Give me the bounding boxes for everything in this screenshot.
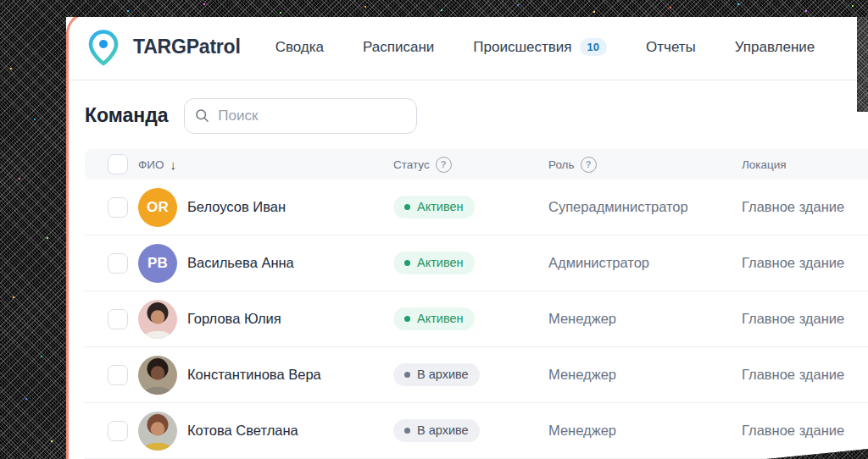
location-cell: Главное здание [742, 199, 868, 215]
role-cell: Менеджер [548, 367, 742, 383]
column-header-location: Локация [742, 158, 868, 171]
status-cell: В архиве [393, 419, 548, 442]
location-cell: Главное здание [742, 367, 868, 383]
row-checkbox[interactable] [108, 309, 128, 329]
row-checkbox[interactable] [108, 421, 128, 441]
logo-pin-icon [85, 29, 122, 66]
table-header: ФИО ↓ Статус ? Роль ? Локация [85, 149, 868, 180]
status-badge: Активен [393, 196, 475, 218]
person-photo-icon [138, 412, 177, 451]
noise-border-right [857, 17, 868, 112]
nav-item-incidents[interactable]: Происшествия10 [473, 38, 607, 56]
status-cell: Активен [393, 196, 548, 218]
avatar-photo [138, 412, 177, 451]
status-dot-icon [404, 372, 410, 378]
person-name: Васильева Анна [187, 255, 294, 271]
location-cell: Главное здание [742, 311, 868, 327]
select-all-checkbox[interactable] [108, 154, 128, 174]
search-input[interactable] [216, 107, 405, 125]
nav-item-schedules[interactable]: Расписани [363, 39, 434, 56]
status-badge: В архиве [393, 363, 480, 386]
row-checkbox[interactable] [108, 253, 128, 274]
role-cell: Администратор [548, 255, 742, 271]
status-cell: Активен [393, 252, 548, 274]
row-checkbox[interactable] [108, 197, 128, 218]
status-dot-icon [404, 204, 410, 210]
person-photo-icon [138, 300, 177, 339]
person-cell: Горлова Юлия [138, 300, 393, 339]
person-name: Горлова Юлия [187, 311, 281, 327]
role-cell: Суперадминистратор [548, 199, 742, 215]
status-dot-icon [404, 260, 410, 266]
avatar-initials: OR [138, 188, 177, 227]
row-checkbox[interactable] [108, 365, 128, 385]
location-cell: Главное здание [742, 423, 868, 439]
status-badge: В архиве [393, 419, 480, 442]
nav-item-label: Происшествия [473, 39, 571, 56]
avatar-photo [138, 300, 177, 339]
table-row[interactable]: ORБелоусов Иван Активен Суперадминистрат… [85, 180, 868, 235]
nav-item-reports[interactable]: Отчеты [646, 39, 696, 56]
status-cell: В архиве [393, 363, 548, 386]
avatar-photo [138, 356, 177, 395]
column-header-name[interactable]: ФИО ↓ [138, 158, 393, 172]
brand-name: TARGPatrol [133, 36, 241, 58]
table-row[interactable]: Горлова Юлия Активен Менеджер Главное зд… [85, 291, 868, 347]
table-row[interactable]: Котова Светлана В архиве Менеджер Главно… [85, 403, 868, 459]
noise-border-top [0, 0, 868, 17]
person-cell: ORБелоусов Иван [138, 188, 393, 227]
table-row[interactable]: РВВасильева Анна Активен Администратор Г… [85, 235, 868, 291]
status-cell: Активен [393, 307, 548, 330]
role-help-icon[interactable]: ? [581, 157, 597, 173]
nav-item-summary[interactable]: Сводка [275, 39, 324, 56]
search-box[interactable] [184, 98, 417, 134]
person-cell: РВВасильева Анна [138, 244, 393, 283]
nav-item-management[interactable]: Управление [735, 39, 815, 56]
location-cell: Главное здание [742, 255, 868, 271]
nav-item-label: Сводка [275, 39, 324, 56]
person-cell: Константинова Вера [138, 356, 393, 395]
nav-item-label: Расписани [363, 39, 434, 56]
table-row[interactable]: Константинова Вера В архиве Менеджер Гла… [85, 347, 868, 403]
status-help-icon[interactable]: ? [436, 157, 452, 173]
search-icon [195, 108, 209, 124]
avatar-initials: РВ [138, 244, 177, 283]
top-nav: TARGPatrol СводкаРасписаниПроисшествия10… [69, 14, 868, 80]
person-photo-icon [138, 356, 177, 395]
toolbar: Команда [85, 97, 868, 134]
status-dot-icon [404, 428, 410, 434]
page: TARGPatrol СводкаРасписаниПроисшествия10… [0, 0, 868, 459]
app-window: TARGPatrol СводкаРасписаниПроисшествия10… [66, 12, 868, 459]
status-badge: Активен [393, 307, 475, 330]
team-table: ФИО ↓ Статус ? Роль ? Локация ORБелоусов… [85, 149, 868, 459]
person-name: Котова Светлана [187, 423, 298, 439]
role-cell: Менеджер [548, 311, 742, 327]
role-cell: Менеджер [548, 423, 742, 439]
sort-desc-icon[interactable]: ↓ [170, 158, 176, 172]
nav-items: СводкаРасписаниПроисшествия10ОтчетыУправ… [275, 38, 815, 56]
status-dot-icon [404, 316, 410, 322]
person-name: Константинова Вера [187, 367, 321, 383]
noise-border-left [0, 0, 66, 459]
table-body: ORБелоусов Иван Активен Суперадминистрат… [85, 180, 868, 459]
nav-item-label: Отчеты [646, 39, 696, 56]
person-cell: Котова Светлана [138, 412, 393, 451]
column-header-role: Роль ? [548, 157, 742, 173]
page-title: Команда [85, 104, 169, 127]
brand-logo[interactable]: TARGPatrol [85, 29, 241, 66]
nav-item-label: Управление [735, 39, 815, 56]
nav-item-badge: 10 [580, 38, 607, 56]
person-name: Белоусов Иван [187, 199, 286, 215]
status-badge: Активен [393, 252, 475, 274]
column-header-status: Статус ? [393, 157, 548, 173]
